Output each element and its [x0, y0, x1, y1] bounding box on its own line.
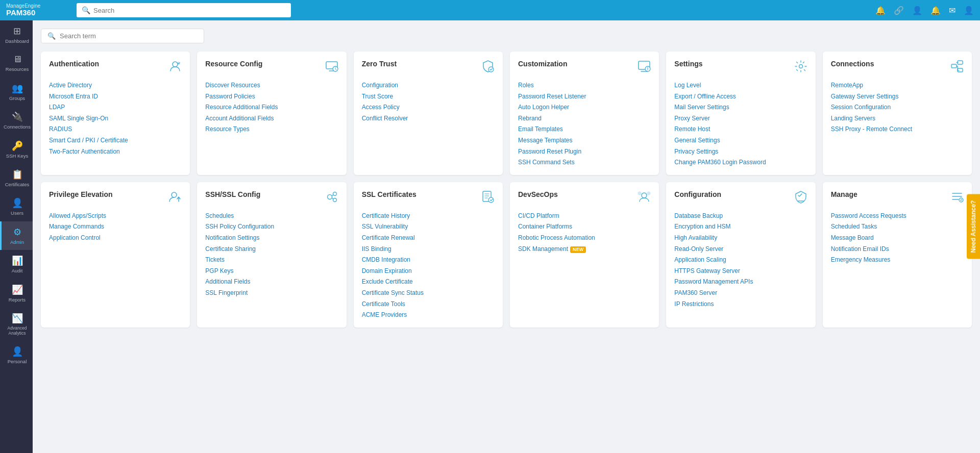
link-password-policies[interactable]: Password Policies: [205, 93, 338, 101]
link-export-offline-access[interactable]: Export / Offline Access: [674, 93, 807, 101]
link-rebrand[interactable]: Rebrand: [518, 115, 651, 123]
link-mail-server-settings[interactable]: Mail Server Settings: [674, 104, 807, 112]
link-manage-commands[interactable]: Manage Commands: [49, 223, 182, 231]
link-resource-types[interactable]: Resource Types: [205, 125, 338, 134]
link-landing-servers[interactable]: Landing Servers: [831, 115, 964, 123]
link-allowed-apps-scripts[interactable]: Allowed Apps/Scripts: [49, 212, 182, 220]
link-pam360-server[interactable]: PAM360 Server: [674, 289, 807, 297]
sidebar-item-certificates[interactable]: 📋 Certificates: [0, 164, 33, 192]
account-icon[interactable]: 👤: [964, 6, 974, 15]
link-exclude-certificate[interactable]: Exclude Certificate: [362, 278, 495, 286]
link-container-platforms[interactable]: Container Platforms: [518, 223, 651, 231]
link-certificate-sharing[interactable]: Certificate Sharing: [205, 245, 338, 254]
link-smart-card[interactable]: Smart Card / PKI / Certificate: [49, 137, 182, 145]
link-ldap[interactable]: LDAP: [49, 104, 182, 112]
link-saml-sso[interactable]: SAML Single Sign-On: [49, 115, 182, 123]
link-email-templates[interactable]: Email Templates: [518, 125, 651, 134]
link-account-additional-fields[interactable]: Account Additional Fields: [205, 115, 338, 123]
sidebar-item-dashboard[interactable]: ⊞ Dashboard: [0, 20, 33, 49]
link-acme-providers[interactable]: ACME Providers: [362, 311, 495, 319]
link-discover-resources[interactable]: Discover Resources: [205, 82, 338, 90]
link-cmdb-integration[interactable]: CMDB Integration: [362, 256, 495, 264]
sidebar-item-personal[interactable]: 👤 Personal: [0, 341, 33, 369]
link-ssh-proxy-remote-connect[interactable]: SSH Proxy - Remote Connect: [831, 125, 964, 134]
link-certificate-history[interactable]: Certificate History: [362, 212, 495, 220]
content-search-box[interactable]: 🔍: [41, 29, 204, 43]
link-two-factor[interactable]: Two-Factor Authentication: [49, 148, 182, 156]
link-log-level[interactable]: Log Level: [674, 82, 807, 90]
link-zt-configuration[interactable]: Configuration: [362, 82, 495, 90]
need-assistance-button[interactable]: Need Assistance?: [967, 194, 980, 259]
link-sdk-management[interactable]: SDK ManagementNEW: [518, 245, 651, 254]
sidebar-item-admin[interactable]: ⚙ Admin: [0, 221, 33, 250]
link-ssh-policy-configuration[interactable]: SSH Policy Configuration: [205, 223, 338, 231]
link-robotic-process-automation[interactable]: Robotic Process Automation: [518, 234, 651, 242]
link-certificate-tools[interactable]: Certificate Tools: [362, 300, 495, 309]
link-emergency-measures[interactable]: Emergency Measures: [831, 256, 964, 264]
link-message-templates[interactable]: Message Templates: [518, 137, 651, 145]
sidebar-item-resources[interactable]: 🖥 Resources: [0, 49, 33, 77]
link-conflict-resolver[interactable]: Conflict Resolver: [362, 115, 495, 123]
link-ssl-vulnerability[interactable]: SSL Vulnerability: [362, 223, 495, 231]
certificates-icon: 📋: [12, 169, 23, 180]
link-password-access-requests[interactable]: Password Access Requests: [831, 212, 964, 220]
link-iis-binding[interactable]: IIS Binding: [362, 245, 495, 254]
link-ssl-fingerprint[interactable]: SSL Fingerprint: [205, 289, 338, 297]
content-search-input[interactable]: [60, 32, 198, 40]
link-auto-logon-helper[interactable]: Auto Logon Helper: [518, 104, 651, 112]
link-trust-score[interactable]: Trust Score: [362, 93, 495, 101]
link-application-control[interactable]: Application Control: [49, 234, 182, 242]
link-general-settings[interactable]: General Settings: [674, 137, 807, 145]
sidebar-item-advanced-analytics[interactable]: 📉 Advanced Analytics: [0, 308, 33, 341]
link-password-management-apis[interactable]: Password Management APIs: [674, 278, 807, 286]
link-certificate-sync-status[interactable]: Certificate Sync Status: [362, 289, 495, 297]
link-active-directory[interactable]: Active Directory: [49, 82, 182, 90]
sidebar-item-users[interactable]: 👤 Users: [0, 192, 33, 221]
link-pgp-keys[interactable]: PGP Keys: [205, 267, 338, 275]
link-password-reset-listener[interactable]: Password Reset Listener: [518, 93, 651, 101]
link-change-pam360-login-password[interactable]: Change PAM360 Login Password: [674, 159, 807, 167]
user-add-icon[interactable]: 👤: [912, 6, 922, 15]
link-tickets[interactable]: Tickets: [205, 256, 338, 264]
link-gateway-server-settings[interactable]: Gateway Server Settings: [831, 93, 964, 101]
link-icon[interactable]: 🔗: [894, 6, 904, 15]
mail-icon[interactable]: ✉: [949, 6, 955, 15]
link-cicd-platform[interactable]: CI/CD Platform: [518, 212, 651, 220]
link-additional-fields[interactable]: Additional Fields: [205, 278, 338, 286]
link-scheduled-tasks[interactable]: Scheduled Tasks: [831, 223, 964, 231]
link-notification-email-ids[interactable]: Notification Email IDs: [831, 245, 964, 254]
link-notification-settings[interactable]: Notification Settings: [205, 234, 338, 242]
link-proxy-server[interactable]: Proxy Server: [674, 115, 807, 123]
link-microsoft-entra-id[interactable]: Microsoft Entra ID: [49, 93, 182, 101]
alert-icon[interactable]: 🔔: [930, 6, 941, 15]
link-remoteapp[interactable]: RemoteApp: [831, 82, 964, 90]
link-database-backup[interactable]: Database Backup: [674, 212, 807, 220]
link-ssh-command-sets[interactable]: SSH Command Sets: [518, 159, 651, 167]
link-access-policy[interactable]: Access Policy: [362, 104, 495, 112]
link-session-configuration[interactable]: Session Configuration: [831, 104, 964, 112]
link-roles[interactable]: Roles: [518, 82, 651, 90]
link-certificate-renewal[interactable]: Certificate Renewal: [362, 234, 495, 242]
sidebar-item-audit[interactable]: 📊 Audit: [0, 250, 33, 279]
link-radius[interactable]: RADIUS: [49, 125, 182, 134]
link-https-gateway-server[interactable]: HTTPS Gateway Server: [674, 267, 807, 275]
link-schedules[interactable]: Schedules: [205, 212, 338, 220]
link-resource-additional-fields[interactable]: Resource Additional Fields: [205, 104, 338, 112]
link-encryption-hsm[interactable]: Encryption and HSM: [674, 223, 807, 231]
topbar-search[interactable]: 🔍: [77, 3, 291, 17]
search-input[interactable]: [93, 7, 286, 14]
link-ip-restrictions[interactable]: IP Restrictions: [674, 300, 807, 309]
link-read-only-server[interactable]: Read-Only Server: [674, 245, 807, 254]
link-message-board[interactable]: Message Board: [831, 234, 964, 242]
link-password-reset-plugin[interactable]: Password Reset Plugin: [518, 148, 651, 156]
notification-icon[interactable]: 🔔: [875, 6, 886, 15]
sidebar-item-sshkeys[interactable]: 🔑 SSH Keys: [0, 135, 33, 164]
link-application-scaling[interactable]: Application Scaling: [674, 256, 807, 264]
sidebar-item-groups[interactable]: 👥 Groups: [0, 78, 33, 106]
link-privacy-settings[interactable]: Privacy Settings: [674, 148, 807, 156]
link-high-availability[interactable]: High Availability: [674, 234, 807, 242]
sidebar-item-reports[interactable]: 📈 Reports: [0, 279, 33, 308]
sidebar-item-connections[interactable]: 🔌 Connections: [0, 106, 33, 135]
link-remote-host[interactable]: Remote Host: [674, 125, 807, 134]
link-domain-expiration[interactable]: Domain Expiration: [362, 267, 495, 275]
